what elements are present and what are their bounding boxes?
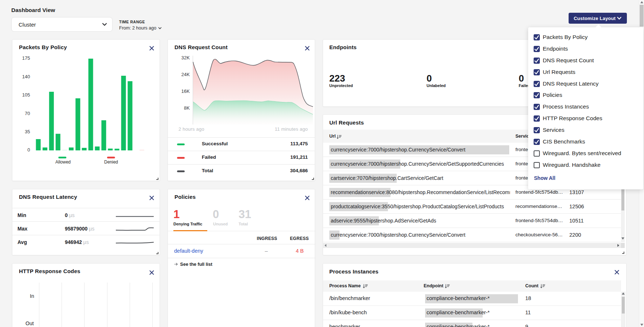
svg-text:Allowed: Allowed [55,159,71,165]
svg-text:0: 0 [27,147,30,153]
svg-text:70: 70 [25,111,30,116]
svg-text:175: 175 [22,55,30,61]
svg-text:140: 140 [22,74,30,79]
svg-text:35: 35 [25,129,30,134]
svg-text:105: 105 [22,92,30,98]
svg-text:24K: 24K [181,72,190,77]
svg-text:32K: 32K [181,55,190,60]
svg-text:8K: 8K [184,105,190,111]
svg-text:16K: 16K [181,88,190,94]
svg-text:Denied: Denied [104,159,118,165]
